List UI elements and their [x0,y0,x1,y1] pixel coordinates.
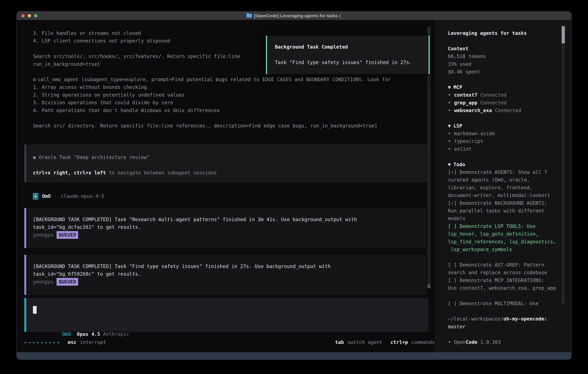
oracle-hint-text: to navigate between subagent sessions [106,170,217,176]
bullet-icon: • [448,100,451,105]
bullet-icon: • [448,138,451,144]
sidebar-scrollbar[interactable] [562,26,565,304]
lsp-item-name: eslint [454,146,472,152]
mcp-item-status: Connected [495,108,521,113]
lsp-heading-label: LSP [453,123,462,129]
mcp-item-name: websearch_exa [454,108,492,113]
todo-line: lsp_workspace_symbols [448,246,571,253]
prompt-input[interactable]: OmO Opus 4.5 Anthropic [24,298,428,332]
session-sidebar: Leveraging agents for tasks Context 66,5… [435,20,571,352]
message-line: task_id="bg_6f59260c" to get results. [33,270,426,278]
window-titlebar[interactable]: [OpenCode] Leveraging agents for tasks ◐ [17,11,571,20]
status-right: tabswitch agent ctrl+pcommands [327,339,435,345]
mcp-section-heading[interactable]: ▼MCP [448,83,571,91]
opencode-window: [OpenCode] Leveraging agents for tasks ◐… [17,11,571,360]
blank-line [448,253,571,261]
todo-line: [ ] Demonstrate LSP TOOLS: Use [448,222,571,230]
chevron-down-icon: ▼ [448,123,451,129]
bullet-icon: • [448,146,451,152]
scrollback-line: 4. LSP client connections not properly d… [33,37,240,45]
mcp-item: •context7 Connected [448,91,571,99]
tab-label: switch agent [347,339,382,345]
workspace-branch: master [448,323,571,331]
lsp-section-heading[interactable]: ▼LSP [448,122,571,130]
bullet-icon: • [448,339,451,345]
oracle-icon: ◉ [33,155,36,160]
traffic-lights [17,14,37,17]
oracle-title-line: ◉ Oracle Task "Deep architecture review" [33,154,428,161]
todo-line: [ ] Demonstrate MCP INTEGRATIONS: [448,277,571,284]
blank-line [448,37,571,45]
spinner-dots-icon: ▪▪▪▪▪▪▪▪▪ [24,340,61,344]
terminal-main-pane: 3. File handles or streams not closed 4.… [17,20,435,352]
version-name-bold: Code [466,339,477,345]
oracle-task-box: ◉ Oracle Task "Deep architecture review"… [24,144,428,182]
mcp-item: •websearch_exa Connected [448,107,571,114]
minimize-button[interactable] [28,14,31,17]
todo-line: lsp_find_references, lsp_diagnostics, [448,238,571,246]
message-user: yeongyu [33,279,53,285]
todo-line: document-writer, multimodal-looker) [448,191,571,199]
sidebar-scrollbar-thumb[interactable] [562,26,565,43]
mcp-item-status: Connected [480,100,507,105]
blank-line [33,161,428,169]
main-scrollbar-thumb-top[interactable] [427,27,430,34]
omo-agent-icon [33,193,38,199]
commands-label: commands [411,339,435,345]
context-spent: $0.46 spent [448,68,571,76]
todo-line: search and replace across codebase [448,269,571,276]
todo-line: lsp_hover, lsp_goto_definition, [448,230,571,238]
bullet-icon: • [448,108,451,113]
todo-section-heading[interactable]: ▼Todo [448,161,571,168]
mcp-item-status: Connected [480,92,507,98]
esc-key-hint: esc [68,339,76,345]
mcp-item: •grep_app Connected [448,99,571,107]
message-line: [BACKGROUND TASK COMPLETED] Task "Resear… [33,216,426,223]
todo-item-pending: [ ] Demonstrate AST-GREP: Pattern search… [448,261,571,277]
todo-item-active: [ ] Demonstrate LSP TOOLS: Use lsp_hover… [448,222,571,253]
agent-separator: · [54,193,57,199]
agent-name: OmO [42,193,51,199]
todo-line: Run parallel tasks with different [448,207,571,215]
lsp-item: •eslint [448,145,571,153]
todo-item-done: [✓] Demonstrate AGENTS: Show all 7 curat… [448,168,571,199]
blank-line [448,114,571,122]
todo-line: [✓] Demonstrate AGENTS: Show all 7 [448,168,571,176]
message-line: [BACKGROUND TASK COMPLETED] Task "Find t… [33,262,426,270]
oracle-title: Oracle Task "Deep architecture review" [39,155,150,160]
desktop: { "titlebar": { "title": "[OpenCode] Lev… [0,0,588,374]
window-title-area: [OpenCode] Leveraging agents for tasks ◐ [17,11,571,20]
mcp-heading-label: MCP [453,84,462,90]
scrollback-line: 3. File handles or streams not closed [33,29,240,37]
context-used: 33% used [448,60,571,68]
background-task-message: [BACKGROUND TASK COMPLETED] Task "Resear… [24,208,426,248]
background-task-notification: Background Task Completed Task "Find typ… [266,36,430,74]
status-left: ▪▪▪▪▪▪▪▪▪ esc interrupt [24,339,106,345]
version-number: 1.0.163 [480,339,501,345]
todo-heading-label: Todo [453,162,465,167]
status-badge: QUEUED [57,278,78,286]
tab-key: tab [335,339,344,345]
tool-call-item: 4. Path operations that don't handle Win… [33,107,391,114]
esc-key-label: interrupt [80,339,106,345]
blank-line [448,307,571,315]
tool-call-item: 2. String operations on potentially unde… [33,91,391,99]
main-scrollbar-thumb[interactable] [427,284,430,288]
commands-hint: ctrl+pcommands [390,339,435,345]
scrollback-block: 3. File handles or streams not closed 4.… [33,29,240,68]
lsp-item-name: typescript [454,138,483,144]
scrollback-line [33,45,240,52]
blank-line [448,331,571,338]
todo-line: librarian, explore, frontend, [448,184,571,191]
input-model: Opus 4.5 [77,331,100,337]
oracle-hint-line: ctrl+x right, ctrl+x left to navigate be… [33,169,428,177]
input-provider: Anthropic [103,331,129,337]
context-tokens: 66,518 tokens [448,52,571,60]
tool-call-header: ⚙call_omo_agent [subagent_type=explore, … [33,76,391,83]
zoom-button[interactable] [34,14,37,17]
message-meta: yeongyuQUEUED [33,278,426,286]
close-button[interactable] [21,14,25,17]
branch-name: master [448,324,465,330]
version-name-dim: Open [454,339,466,345]
text-cursor [33,306,37,314]
